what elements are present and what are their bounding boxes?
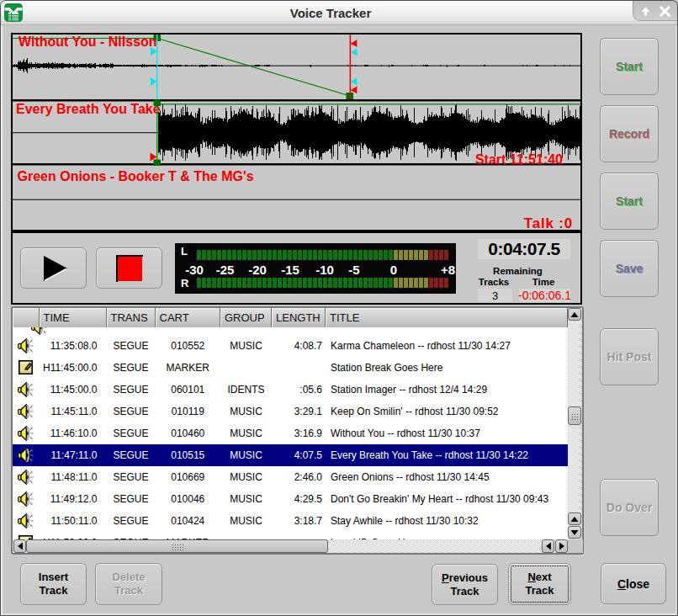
svg-text:Without You - Nilsson: Without You - Nilsson: [19, 35, 157, 49]
svg-text:Talk :0: Talk :0: [524, 215, 573, 231]
svg-text:Start 11:51:40: Start 11:51:40: [475, 152, 563, 167]
svg-text:Every Breath You Take: Every Breath You Take: [16, 102, 161, 116]
svg-text:Green Onions - Booker T & The: Green Onions - Booker T & The MG's: [18, 169, 254, 183]
